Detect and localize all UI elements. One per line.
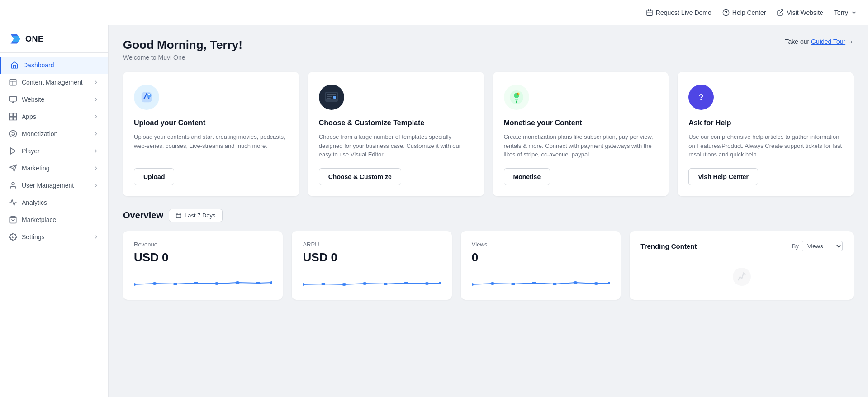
svg-rect-12 (10, 96, 17, 101)
arpu-card: ARPU USD 0 (292, 231, 451, 300)
svg-point-63 (490, 282, 494, 285)
views-label: Views (472, 241, 610, 248)
svg-point-55 (322, 283, 326, 285)
calendar-icon (646, 9, 653, 16)
sidebar-item-apps[interactable]: Apps (0, 108, 108, 125)
chevron-right-icon (93, 234, 99, 240)
overview-title: Overview (123, 210, 163, 221)
trending-by: By Views Revenue Plays (792, 241, 843, 251)
svg-rect-42 (176, 213, 181, 218)
user-name: Terry (834, 9, 848, 16)
guided-tour-link[interactable]: Guided Tour (811, 38, 845, 45)
monetise-card: $ Monetise your Content Create monetizat… (493, 72, 669, 196)
sidebar-item-website[interactable]: Website (0, 91, 108, 108)
revenue-chart (134, 265, 272, 290)
revenue-label: Revenue (134, 241, 272, 248)
logo: ONE (0, 25, 108, 53)
trending-empty-state (640, 266, 843, 288)
help-card-title: Ask for Help (688, 119, 843, 127)
sidebar-item-user-management[interactable]: User Management (0, 177, 108, 194)
monetise-card-title: Monetise your Content (504, 119, 658, 127)
greeting-title: Good Morning, Terry! (123, 38, 242, 52)
views-card: Views 0 (461, 231, 621, 300)
request-demo-label: Request Live Demo (656, 9, 711, 16)
user-menu[interactable]: Terry (834, 9, 857, 16)
svg-marker-20 (11, 148, 16, 154)
svg-rect-9 (10, 79, 16, 85)
marketing-icon (9, 164, 17, 172)
svg-point-66 (552, 283, 556, 285)
date-filter-btn[interactable]: Last 7 Days (169, 209, 223, 222)
sidebar-item-monetization[interactable]: Monetization (0, 125, 108, 142)
svg-point-51 (235, 281, 239, 284)
svg-point-53 (270, 281, 272, 284)
svg-point-70 (733, 268, 751, 286)
guided-tour-prefix: Take our (785, 38, 811, 45)
sidebar-label-website: Website (22, 96, 44, 103)
guided-tour-block: Take our Guided Tour → (785, 38, 854, 45)
upload-card-desc: Upload your contents and start creating … (134, 132, 288, 159)
visit-help-center-button[interactable]: Visit Help Center (688, 168, 758, 185)
sidebar-item-content-management[interactable]: Content Management (0, 74, 108, 91)
sidebar-item-analytics[interactable]: Analytics (0, 194, 108, 211)
sidebar-item-player[interactable]: Player (0, 142, 108, 160)
customize-icon-wrap (319, 85, 344, 110)
choose-customize-button[interactable]: Choose & Customize (319, 168, 401, 185)
visit-website-btn[interactable]: Visit Website (777, 9, 823, 16)
revenue-value: USD 0 (134, 250, 272, 265)
svg-point-67 (573, 281, 577, 284)
upload-icon (140, 90, 153, 104)
upload-icon-wrap (134, 85, 159, 110)
user-icon (9, 181, 17, 189)
trending-sort-select[interactable]: Views Revenue Plays (802, 241, 843, 251)
request-demo-btn[interactable]: Request Live Demo (646, 9, 711, 16)
sidebar-label-settings: Settings (22, 233, 45, 241)
sidebar-item-marketing[interactable]: Marketing (0, 160, 108, 177)
svg-point-56 (342, 283, 346, 286)
svg-point-23 (12, 182, 14, 185)
sidebar-item-dashboard[interactable]: Dashboard (0, 57, 108, 74)
monetise-icon: $ (509, 90, 524, 105)
chevron-right-icon (93, 148, 99, 154)
chevron-right-icon (93, 131, 99, 137)
svg-point-46 (134, 283, 136, 286)
monitor-icon (9, 95, 17, 104)
views-chart (472, 265, 610, 290)
svg-point-64 (511, 283, 515, 285)
svg-line-6 (780, 10, 783, 13)
help-center-label: Help Center (732, 9, 766, 16)
upload-button[interactable]: Upload (134, 168, 174, 185)
sidebar-nav: Dashboard Content Management (0, 53, 108, 249)
chevron-right-icon (93, 113, 99, 120)
sidebar-item-settings[interactable]: Settings (0, 228, 108, 246)
arpu-label: ARPU (303, 241, 441, 248)
layout: ONE Dashboard Content Management (0, 25, 868, 397)
customize-icon (324, 90, 339, 104)
sidebar-label-dashboard: Dashboard (23, 61, 54, 69)
marketplace-icon (9, 216, 17, 224)
logo-icon (9, 33, 22, 45)
help-icon: ? (694, 90, 708, 104)
trending-header: Trending Content By Views Revenue Plays (640, 241, 843, 251)
stats-grid: Revenue USD 0 (123, 231, 854, 300)
monetise-card-desc: Create monetization plans like subscript… (504, 132, 658, 159)
customize-card-desc: Choose from a large number of templates … (319, 132, 473, 159)
monetise-button[interactable]: Monetise (504, 168, 550, 185)
external-link-icon (777, 9, 784, 16)
player-icon (9, 147, 17, 155)
help-icon (722, 9, 730, 16)
svg-text:?: ? (699, 93, 704, 102)
svg-rect-18 (14, 117, 17, 120)
svg-point-57 (363, 282, 367, 285)
sidebar-item-marketplace[interactable]: Marketplace (0, 211, 108, 228)
svg-point-47 (152, 282, 157, 285)
visit-website-label: Visit Website (787, 9, 823, 16)
trending-empty-icon (731, 266, 753, 288)
home-icon (10, 61, 19, 69)
logo-text: ONE (25, 34, 44, 44)
svg-point-68 (594, 282, 598, 285)
help-center-btn[interactable]: Help Center (722, 9, 766, 16)
sidebar-label-marketplace: Marketplace (22, 216, 56, 223)
svg-point-69 (608, 282, 610, 284)
views-value: 0 (472, 250, 610, 265)
